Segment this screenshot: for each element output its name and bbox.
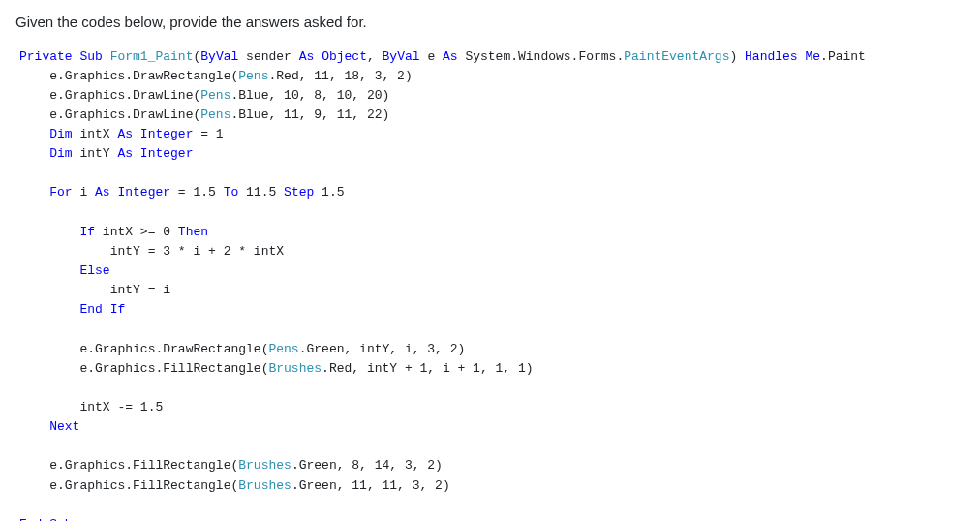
- stmt: intY = i: [110, 283, 170, 297]
- code-line: e.Graphics.FillRectangle(Brushes.Green, …: [49, 458, 443, 473]
- type-brushes: Brushes: [238, 478, 291, 493]
- rest: .Green, 8, 14, 3, 2): [291, 458, 443, 473]
- code-line: e.Graphics.FillRectangle(Brushes.Red, in…: [79, 361, 533, 376]
- call: e.Graphics.FillRectangle(: [79, 361, 268, 376]
- type-object: Object: [322, 49, 367, 64]
- kw-sub: Sub: [49, 517, 72, 521]
- kw-to: To: [224, 185, 239, 199]
- call: e.Graphics.DrawLine(: [49, 107, 200, 122]
- type-brushes: Brushes: [268, 361, 322, 376]
- call: e.Graphics.DrawRectangle(: [79, 342, 268, 356]
- code-line: For i As Integer = 1.5 To 11.5 Step 1.5: [49, 185, 344, 199]
- kw-end: End: [79, 302, 102, 317]
- type-pens: Pens: [200, 107, 230, 122]
- kw-as: As: [95, 185, 110, 199]
- kw-byval: ByVal: [200, 49, 238, 64]
- kw-sub: Sub: [79, 49, 102, 64]
- kw-as: As: [117, 146, 133, 161]
- fn-name: Form1_Paint: [110, 49, 194, 64]
- call: e.Graphics.FillRectangle(: [49, 458, 238, 473]
- rest: .Red, 11, 18, 3, 2): [268, 69, 412, 83]
- rest: .Blue, 11, 9, 11, 22): [230, 107, 389, 122]
- num: 1.5: [314, 185, 344, 199]
- type-pens: Pens: [268, 342, 298, 356]
- kw-byval: ByVal: [383, 49, 420, 64]
- code-line: e.Graphics.FillRectangle(Brushes.Green, …: [49, 478, 449, 493]
- code-line: e.Graphics.DrawRectangle(Pens.Red, 11, 1…: [49, 69, 413, 83]
- ident: i: [73, 185, 95, 199]
- kw-else: Else: [79, 263, 109, 278]
- dot-paint: .Paint: [820, 49, 866, 64]
- assign: = 1.5: [170, 185, 224, 199]
- code-line: Else: [79, 263, 109, 278]
- kw-if: If: [110, 302, 126, 317]
- type-painteventargs: PaintEventArgs: [624, 49, 729, 64]
- comma: ,: [367, 49, 383, 64]
- stmt: intY = 3 * i + 2 * intX: [110, 244, 284, 259]
- kw-for: For: [49, 185, 72, 199]
- ident: intY: [73, 146, 118, 161]
- call: e.Graphics.FillRectangle(: [49, 478, 238, 493]
- type-integer: Integer: [140, 146, 194, 161]
- rest: .Red, intY + 1, i + 1, 1, 1): [322, 361, 533, 376]
- code-line: e.Graphics.DrawLine(Pens.Blue, 10, 8, 10…: [49, 88, 389, 103]
- kw-if: If: [79, 225, 95, 239]
- code-line: End Sub: [19, 517, 73, 521]
- param: e: [420, 49, 443, 64]
- stmt: intX -= 1.5: [79, 400, 163, 414]
- kw-step: Step: [284, 185, 314, 199]
- kw-then: Then: [178, 225, 208, 239]
- rest: .Green, 11, 11, 3, 2): [291, 478, 450, 493]
- question-text: Given the codes below, provide the answe…: [15, 12, 965, 34]
- ident: intX: [73, 127, 118, 141]
- kw-handles: Handles: [745, 49, 798, 64]
- code-line: Dim intY As Integer: [49, 146, 193, 161]
- assign: = 1: [193, 127, 223, 141]
- type-brushes: Brushes: [238, 458, 291, 473]
- num: 11.5: [238, 185, 284, 199]
- code-line: intY = 3 * i + 2 * intX: [110, 244, 284, 259]
- rest: .Blue, 10, 8, 10, 20): [230, 88, 389, 103]
- code-line: e.Graphics.DrawRectangle(Pens.Green, int…: [79, 342, 465, 356]
- kw-next: Next: [49, 419, 79, 434]
- code-line: If intX >= 0 Then: [79, 225, 208, 239]
- code-line: intY = i: [110, 283, 170, 297]
- code-line: Private Sub Form1_Paint(ByVal sender As …: [19, 49, 866, 64]
- kw-as: As: [117, 127, 133, 141]
- kw-private: Private: [19, 49, 73, 64]
- kw-me: Me: [805, 49, 820, 64]
- ns: System.Windows.Forms.: [458, 49, 625, 64]
- type-integer: Integer: [140, 127, 194, 141]
- rest: .Green, intY, i, 3, 2): [299, 342, 466, 356]
- cond: intX >= 0: [95, 225, 178, 239]
- type-integer: Integer: [117, 185, 170, 199]
- code-line: e.Graphics.DrawLine(Pens.Blue, 11, 9, 11…: [49, 107, 389, 122]
- kw-end: End: [19, 517, 42, 521]
- call: e.Graphics.DrawRectangle(: [49, 69, 238, 83]
- kw-as: As: [299, 49, 315, 64]
- type-pens: Pens: [238, 69, 268, 83]
- kw-dim: Dim: [49, 127, 72, 141]
- type-pens: Pens: [200, 88, 230, 103]
- kw-dim: Dim: [49, 146, 72, 161]
- code-line: Next: [49, 419, 79, 434]
- call: e.Graphics.DrawLine(: [49, 88, 200, 103]
- code-line: End If: [79, 302, 125, 317]
- code-line: Dim intX As Integer = 1: [49, 127, 223, 141]
- kw-as: As: [443, 49, 458, 64]
- code-block: Private Sub Form1_Paint(ByVal sender As …: [15, 47, 965, 522]
- code-line: intX -= 1.5: [79, 400, 163, 414]
- paren: ): [729, 49, 745, 64]
- param: sender: [238, 49, 298, 64]
